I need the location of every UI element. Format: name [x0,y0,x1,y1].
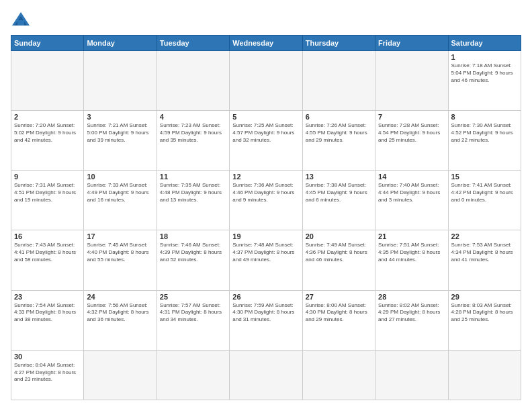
day-cell: 18Sunrise: 7:46 AM Sunset: 4:39 PM Dayli… [157,230,229,290]
svg-rect-2 [17,20,24,26]
week-row-2: 2Sunrise: 7:20 AM Sunset: 5:02 PM Daylig… [11,111,521,171]
day-cell [11,51,84,111]
weekday-header-row: SundayMondayTuesdayWednesdayThursdayFrid… [11,36,521,51]
day-number: 19 [232,232,299,240]
day-cell [230,350,302,400]
day-cell: 19Sunrise: 7:48 AM Sunset: 4:37 PM Dayli… [230,230,302,290]
day-cell [157,51,229,111]
day-info: Sunrise: 7:40 AM Sunset: 4:44 PM Dayligh… [378,182,445,203]
day-cell: 9Sunrise: 7:31 AM Sunset: 4:51 PM Daylig… [11,171,84,230]
day-cell: 14Sunrise: 7:40 AM Sunset: 4:44 PM Dayli… [375,171,448,230]
day-cell: 7Sunrise: 7:28 AM Sunset: 4:54 PM Daylig… [375,111,448,171]
day-number: 30 [14,353,81,361]
day-info: Sunrise: 7:53 AM Sunset: 4:34 PM Dayligh… [451,242,518,263]
day-cell [448,350,521,400]
day-cell: 4Sunrise: 7:23 AM Sunset: 4:59 PM Daylig… [157,111,229,171]
day-cell [84,350,157,400]
day-number: 26 [232,293,299,301]
day-number: 17 [87,232,153,240]
logo [11,11,34,30]
day-number: 1 [451,53,518,61]
day-info: Sunrise: 7:30 AM Sunset: 4:52 PM Dayligh… [451,122,518,144]
day-info: Sunrise: 7:21 AM Sunset: 5:00 PM Dayligh… [87,122,153,144]
day-info: Sunrise: 7:48 AM Sunset: 4:37 PM Dayligh… [232,242,299,263]
day-cell: 28Sunrise: 8:02 AM Sunset: 4:29 PM Dayli… [375,290,448,350]
day-number: 11 [160,173,226,181]
day-cell: 22Sunrise: 7:53 AM Sunset: 4:34 PM Dayli… [448,230,521,290]
week-row-5: 23Sunrise: 7:54 AM Sunset: 4:33 PM Dayli… [11,290,521,350]
day-cell: 3Sunrise: 7:21 AM Sunset: 5:00 PM Daylig… [84,111,157,171]
day-cell [84,51,157,111]
day-number: 18 [160,232,226,240]
day-info: Sunrise: 7:56 AM Sunset: 4:32 PM Dayligh… [87,302,153,324]
day-info: Sunrise: 7:43 AM Sunset: 4:41 PM Dayligh… [14,242,81,263]
weekday-thursday: Thursday [302,36,375,51]
day-cell [302,350,375,400]
day-number: 29 [451,293,518,301]
day-number: 15 [451,173,518,181]
day-cell: 8Sunrise: 7:30 AM Sunset: 4:52 PM Daylig… [448,111,521,171]
day-cell: 12Sunrise: 7:36 AM Sunset: 4:46 PM Dayli… [230,171,302,230]
day-cell [157,350,229,400]
weekday-saturday: Saturday [448,36,521,51]
day-cell: 24Sunrise: 7:56 AM Sunset: 4:32 PM Dayli… [84,290,157,350]
day-cell: 23Sunrise: 7:54 AM Sunset: 4:33 PM Dayli… [11,290,84,350]
day-cell: 13Sunrise: 7:38 AM Sunset: 4:45 PM Dayli… [302,171,375,230]
day-number: 16 [14,232,81,240]
day-info: Sunrise: 7:45 AM Sunset: 4:40 PM Dayligh… [87,242,153,263]
week-row-1: 1Sunrise: 7:18 AM Sunset: 5:04 PM Daylig… [11,51,521,111]
day-info: Sunrise: 7:31 AM Sunset: 4:51 PM Dayligh… [14,182,81,203]
day-number: 14 [378,173,445,181]
weekday-wednesday: Wednesday [230,36,302,51]
day-cell [375,350,448,400]
day-info: Sunrise: 7:59 AM Sunset: 4:30 PM Dayligh… [232,302,299,324]
day-number: 23 [14,293,81,301]
day-info: Sunrise: 7:26 AM Sunset: 4:55 PM Dayligh… [306,122,372,144]
day-cell: 1Sunrise: 7:18 AM Sunset: 5:04 PM Daylig… [448,51,521,111]
day-info: Sunrise: 8:02 AM Sunset: 4:29 PM Dayligh… [378,302,445,324]
day-info: Sunrise: 7:28 AM Sunset: 4:54 PM Dayligh… [378,122,445,144]
day-cell: 6Sunrise: 7:26 AM Sunset: 4:55 PM Daylig… [302,111,375,171]
day-info: Sunrise: 8:03 AM Sunset: 4:28 PM Dayligh… [451,302,518,324]
page: SundayMondayTuesdayWednesdayThursdayFrid… [0,0,532,411]
week-row-6: 30Sunrise: 8:04 AM Sunset: 4:27 PM Dayli… [11,350,521,400]
day-cell: 5Sunrise: 7:25 AM Sunset: 4:57 PM Daylig… [230,111,302,171]
week-row-3: 9Sunrise: 7:31 AM Sunset: 4:51 PM Daylig… [11,171,521,230]
day-number: 25 [160,293,226,301]
weekday-tuesday: Tuesday [157,36,229,51]
day-info: Sunrise: 7:54 AM Sunset: 4:33 PM Dayligh… [14,302,81,324]
day-cell: 20Sunrise: 7:49 AM Sunset: 4:36 PM Dayli… [302,230,375,290]
day-number: 2 [14,113,81,121]
day-cell: 26Sunrise: 7:59 AM Sunset: 4:30 PM Dayli… [230,290,302,350]
week-row-4: 16Sunrise: 7:43 AM Sunset: 4:41 PM Dayli… [11,230,521,290]
day-info: Sunrise: 7:51 AM Sunset: 4:35 PM Dayligh… [378,242,445,263]
day-info: Sunrise: 7:33 AM Sunset: 4:49 PM Dayligh… [87,182,153,203]
day-info: Sunrise: 7:57 AM Sunset: 4:31 PM Dayligh… [160,302,226,324]
day-info: Sunrise: 7:46 AM Sunset: 4:39 PM Dayligh… [160,242,226,263]
day-cell: 30Sunrise: 8:04 AM Sunset: 4:27 PM Dayli… [11,350,84,400]
day-number: 13 [306,173,372,181]
day-cell: 2Sunrise: 7:20 AM Sunset: 5:02 PM Daylig… [11,111,84,171]
header [11,11,521,30]
day-info: Sunrise: 8:00 AM Sunset: 4:30 PM Dayligh… [306,302,372,324]
weekday-monday: Monday [84,36,157,51]
day-number: 22 [451,232,518,240]
day-number: 6 [306,113,372,121]
day-info: Sunrise: 7:18 AM Sunset: 5:04 PM Dayligh… [451,62,518,84]
day-cell: 10Sunrise: 7:33 AM Sunset: 4:49 PM Dayli… [84,171,157,230]
day-info: Sunrise: 7:41 AM Sunset: 4:42 PM Dayligh… [451,182,518,203]
calendar: SundayMondayTuesdayWednesdayThursdayFrid… [11,35,521,400]
day-info: Sunrise: 8:04 AM Sunset: 4:27 PM Dayligh… [14,362,81,383]
day-cell: 11Sunrise: 7:35 AM Sunset: 4:48 PM Dayli… [157,171,229,230]
day-number: 10 [87,173,153,181]
day-cell [302,51,375,111]
day-info: Sunrise: 7:25 AM Sunset: 4:57 PM Dayligh… [232,122,299,144]
day-number: 12 [232,173,299,181]
weekday-friday: Friday [375,36,448,51]
day-cell: 17Sunrise: 7:45 AM Sunset: 4:40 PM Dayli… [84,230,157,290]
day-cell: 25Sunrise: 7:57 AM Sunset: 4:31 PM Dayli… [157,290,229,350]
day-cell: 29Sunrise: 8:03 AM Sunset: 4:28 PM Dayli… [448,290,521,350]
day-number: 28 [378,293,445,301]
day-info: Sunrise: 7:38 AM Sunset: 4:45 PM Dayligh… [306,182,372,203]
day-number: 24 [87,293,153,301]
